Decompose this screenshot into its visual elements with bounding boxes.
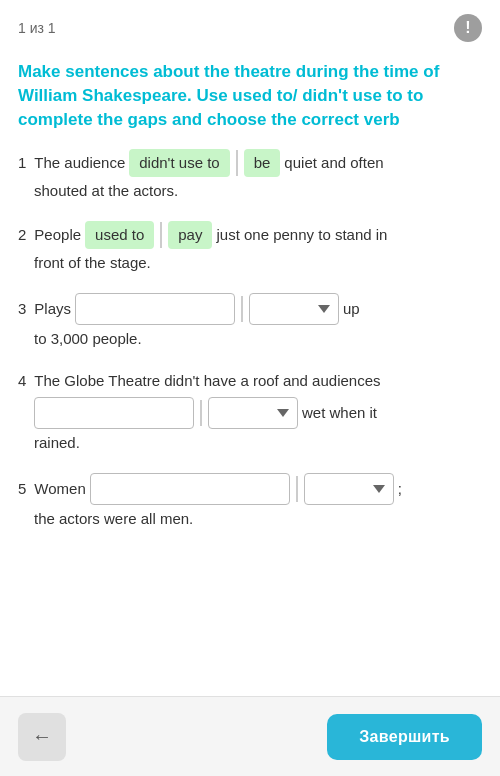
sentence-1-text2: quiet and often — [284, 151, 383, 175]
sentence-5-dropdown[interactable]: act perform — [304, 473, 394, 505]
top-bar: 1 из 1 ! — [0, 0, 500, 50]
sentence-3-continuation: to 3,000 people. — [18, 327, 482, 351]
sentence-3-input[interactable] — [75, 293, 235, 325]
sentence-1-number: 1 — [18, 151, 26, 175]
sentence-2-text2: just one penny to stand in — [216, 223, 387, 247]
sentence-2: 2 People used to pay just one penny to s… — [18, 221, 482, 275]
sentence-1-answer2: be — [244, 149, 281, 177]
bottom-bar: ← Завершить — [0, 696, 500, 776]
sentence-2-answer2: pay — [168, 221, 212, 249]
sentence-2-text-people: People — [34, 223, 81, 247]
sentence-4-sep — [200, 400, 202, 426]
sentence-4-input[interactable] — [34, 397, 194, 429]
back-icon: ← — [32, 725, 52, 748]
sentence-1-continuation: shouted at the actors. — [18, 179, 482, 203]
sentence-3-dropdown[interactable]: hold held — [249, 293, 339, 325]
sentence-1-answer1: didn't use to — [129, 149, 229, 177]
sentence-2-answer1: used to — [85, 221, 154, 249]
sentence-5-continuation: the actors were all men. — [18, 507, 482, 531]
sentence-4: 4 The Globe Theatre didn't have a roof a… — [18, 369, 482, 455]
page-counter: 1 из 1 — [18, 20, 56, 36]
sentence-1-sep1 — [236, 150, 238, 176]
finish-button[interactable]: Завершить — [327, 714, 482, 760]
sentence-2-continuation: front of the stage. — [18, 251, 482, 275]
sentence-2-sep1 — [160, 222, 162, 248]
sentence-5-number: 5 — [18, 477, 26, 501]
sentence-4-text1: The Globe Theatre didn't have a roof and… — [34, 369, 380, 393]
sentence-2-number: 2 — [18, 223, 26, 247]
back-button[interactable]: ← — [18, 713, 66, 761]
instruction: Make sentences about the theatre during … — [0, 50, 500, 149]
sentences-container: 1 The audience didn't use to be quiet an… — [0, 149, 500, 531]
sentence-1: 1 The audience didn't use to be quiet an… — [18, 149, 482, 203]
sentence-4-dropdown[interactable]: get got — [208, 397, 298, 429]
sentence-3-number: 3 — [18, 297, 26, 321]
sentence-4-line2: get got wet when it — [18, 397, 482, 429]
alert-icon: ! — [454, 14, 482, 42]
sentence-1-text-audience: The audience — [34, 151, 125, 175]
sentence-1-line: 1 The audience didn't use to be quiet an… — [18, 149, 482, 177]
sentence-3-text-plays: Plays — [34, 297, 71, 321]
sentence-3-sep — [241, 296, 243, 322]
sentence-3-line: 3 Plays hold held up — [18, 293, 482, 325]
sentence-3: 3 Plays hold held up to 3,000 people. — [18, 293, 482, 351]
sentence-3-text2: up — [343, 297, 360, 321]
sentence-4-line1: 4 The Globe Theatre didn't have a roof a… — [18, 369, 482, 393]
sentence-2-line: 2 People used to pay just one penny to s… — [18, 221, 482, 249]
sentence-4-text2: wet when it — [302, 401, 377, 425]
sentence-5-text-women: Women — [34, 477, 85, 501]
sentence-5-sep — [296, 476, 298, 502]
instruction-bold: used to/ didn't use to — [232, 86, 402, 105]
sentence-5-input[interactable] — [90, 473, 290, 505]
sentence-5-line: 5 Women act perform ; — [18, 473, 482, 505]
sentence-4-continuation: rained. — [18, 431, 482, 455]
sentence-5: 5 Women act perform ; the actors were al… — [18, 473, 482, 531]
sentence-4-number: 4 — [18, 369, 26, 393]
sentence-5-text2: ; — [398, 477, 402, 501]
